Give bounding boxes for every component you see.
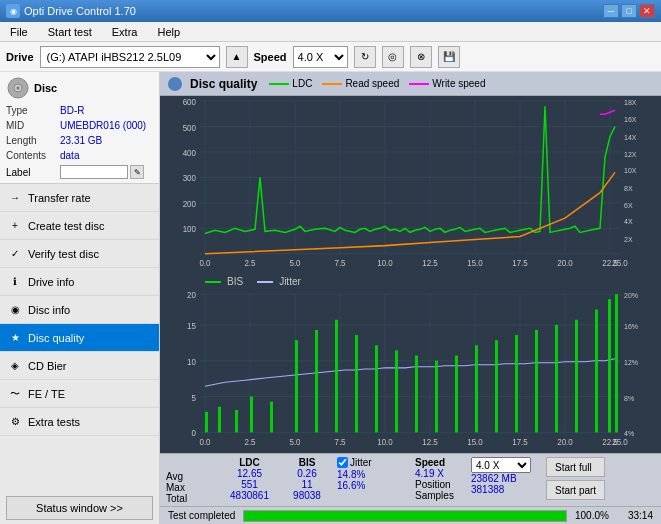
maximize-button[interactable]: □ bbox=[621, 4, 637, 18]
save-button[interactable]: 💾 bbox=[438, 46, 460, 68]
sidebar-item-drive-info[interactable]: ℹ Drive info bbox=[0, 268, 159, 296]
svg-text:500: 500 bbox=[183, 124, 197, 133]
sidebar-item-extra-tests[interactable]: ⚙ Extra tests bbox=[0, 408, 159, 436]
app-title: Opti Drive Control 1.70 bbox=[24, 5, 136, 17]
disc-info-icon: ◉ bbox=[8, 303, 22, 317]
svg-rect-87 bbox=[250, 397, 253, 433]
bis-header: BIS bbox=[283, 457, 331, 468]
window-controls[interactable]: ─ □ ✕ bbox=[603, 4, 655, 18]
ldc-color bbox=[269, 83, 289, 85]
svg-text:4X: 4X bbox=[624, 218, 633, 225]
svg-text:300: 300 bbox=[183, 174, 197, 183]
svg-rect-101 bbox=[535, 330, 538, 432]
svg-text:17.5: 17.5 bbox=[512, 438, 528, 447]
disc-length-row: Length 23.31 GB bbox=[6, 133, 153, 148]
title-bar: ◉ Opti Drive Control 1.70 ─ □ ✕ bbox=[0, 0, 661, 22]
verify-test-disc-icon: ✓ bbox=[8, 247, 22, 261]
svg-text:20.0: 20.0 bbox=[557, 259, 573, 268]
legend-bis: BIS bbox=[205, 276, 243, 287]
bottom-chart-svg: 20 15 10 5 0 20% 16% 12% 8% 4% 0.0 2.5 5… bbox=[160, 289, 661, 453]
label-apply-button[interactable]: ✎ bbox=[130, 165, 144, 179]
progress-bar-fill bbox=[244, 511, 566, 521]
jitter-checkbox-label: Jitter bbox=[350, 457, 372, 468]
stats-ldc-col: LDC 12.65 551 4830861 bbox=[222, 457, 277, 501]
legend-write-speed: Write speed bbox=[409, 78, 485, 89]
label-label: Label bbox=[6, 167, 60, 178]
ldc-avg: 12.65 bbox=[222, 468, 277, 479]
erase-button[interactable]: ⊗ bbox=[410, 46, 432, 68]
contents-value: data bbox=[60, 148, 153, 163]
type-value: BD-R bbox=[60, 103, 153, 118]
cd-bier-icon: ◈ bbox=[8, 359, 22, 373]
drive-label: Drive bbox=[6, 51, 34, 63]
stats-bis-col: BIS 0.26 11 98038 bbox=[283, 457, 331, 501]
legend-ldc: LDC bbox=[269, 78, 312, 89]
disc-header: Disc bbox=[6, 76, 153, 100]
stats-area: Avg Max Total LDC 12.65 551 4830861 BIS … bbox=[160, 453, 661, 506]
refresh-button[interactable]: ↻ bbox=[354, 46, 376, 68]
speed-val-section: 4.0 X 23862 MB 381388 bbox=[471, 457, 536, 495]
svg-text:25.0: 25.0 bbox=[612, 438, 628, 447]
eject-button[interactable]: ▲ bbox=[226, 46, 248, 68]
close-button[interactable]: ✕ bbox=[639, 4, 655, 18]
menu-start-test[interactable]: Start test bbox=[42, 25, 98, 39]
sidebar-item-label: Disc info bbox=[28, 304, 70, 316]
sidebar-item-verify-test-disc[interactable]: ✓ Verify test disc bbox=[0, 240, 159, 268]
sidebar-item-fe-te[interactable]: 〜 FE / TE bbox=[0, 380, 159, 408]
sidebar-item-label: CD Bier bbox=[28, 360, 67, 372]
bottom-chart-legend: BIS Jitter bbox=[160, 274, 661, 289]
svg-point-2 bbox=[17, 87, 20, 90]
position-label: Position bbox=[415, 479, 465, 490]
fe-te-icon: 〜 bbox=[8, 387, 22, 401]
svg-text:17.5: 17.5 bbox=[512, 259, 528, 268]
start-full-button[interactable]: Start full bbox=[546, 457, 605, 477]
disc-contents-row: Contents data bbox=[6, 148, 153, 163]
drive-select[interactable]: (G:) ATAPI iHBS212 2.5L09 bbox=[40, 46, 220, 68]
svg-text:5.0: 5.0 bbox=[289, 259, 301, 268]
svg-rect-91 bbox=[335, 320, 338, 433]
legend: LDC Read speed Write speed bbox=[269, 78, 485, 89]
svg-text:15.0: 15.0 bbox=[467, 438, 483, 447]
jitter-checkbox[interactable] bbox=[337, 457, 348, 468]
sidebar-item-disc-quality[interactable]: ★ Disc quality bbox=[0, 324, 159, 352]
jitter-max: 16.6% bbox=[337, 480, 409, 491]
menu-help[interactable]: Help bbox=[151, 25, 186, 39]
sidebar-item-label: Drive info bbox=[28, 276, 74, 288]
position-val: 23862 MB bbox=[471, 473, 536, 484]
chart-header: Disc quality LDC Read speed Write speed bbox=[160, 72, 661, 96]
svg-text:16%: 16% bbox=[624, 323, 639, 331]
status-window-button[interactable]: Status window >> bbox=[6, 496, 153, 520]
toolbar: Drive (G:) ATAPI iHBS212 2.5L09 ▲ Speed … bbox=[0, 42, 661, 72]
max-label: Max bbox=[166, 482, 216, 493]
menu-bar: File Start test Extra Help bbox=[0, 22, 661, 42]
scan-button[interactable]: ◎ bbox=[382, 46, 404, 68]
sidebar-item-transfer-rate[interactable]: → Transfer rate bbox=[0, 184, 159, 212]
nav-items: → Transfer rate + Create test disc ✓ Ver… bbox=[0, 184, 159, 492]
chart-area: Disc quality LDC Read speed Write speed bbox=[160, 72, 661, 524]
extra-tests-icon: ⚙ bbox=[8, 415, 22, 429]
type-label: Type bbox=[6, 103, 60, 118]
speed-val-select[interactable]: 4.0 X bbox=[471, 457, 531, 473]
svg-rect-89 bbox=[295, 340, 298, 432]
svg-text:6X: 6X bbox=[624, 202, 633, 209]
progress-percent: 100.0% bbox=[575, 510, 620, 521]
sidebar-item-label: FE / TE bbox=[28, 388, 65, 400]
svg-text:400: 400 bbox=[183, 149, 197, 158]
ldc-header: LDC bbox=[222, 457, 277, 468]
start-part-button[interactable]: Start part bbox=[546, 480, 605, 500]
speed-select[interactable]: 4.0 X bbox=[293, 46, 348, 68]
menu-extra[interactable]: Extra bbox=[106, 25, 144, 39]
jitter-checkbox-row[interactable]: Jitter bbox=[337, 457, 409, 468]
sidebar-item-label: Create test disc bbox=[28, 220, 104, 232]
svg-text:2.5: 2.5 bbox=[244, 438, 256, 447]
speed-label: Speed bbox=[254, 51, 287, 63]
svg-rect-94 bbox=[395, 351, 398, 433]
label-input[interactable] bbox=[60, 165, 128, 179]
menu-file[interactable]: File bbox=[4, 25, 34, 39]
minimize-button[interactable]: ─ bbox=[603, 4, 619, 18]
sidebar-item-cd-bier[interactable]: ◈ CD Bier bbox=[0, 352, 159, 380]
top-chart-svg: 600 500 400 300 200 100 18X 16X 14X 12X … bbox=[160, 96, 661, 274]
sidebar-item-disc-info[interactable]: ◉ Disc info bbox=[0, 296, 159, 324]
sidebar-item-create-test-disc[interactable]: + Create test disc bbox=[0, 212, 159, 240]
svg-text:18X: 18X bbox=[624, 99, 637, 106]
